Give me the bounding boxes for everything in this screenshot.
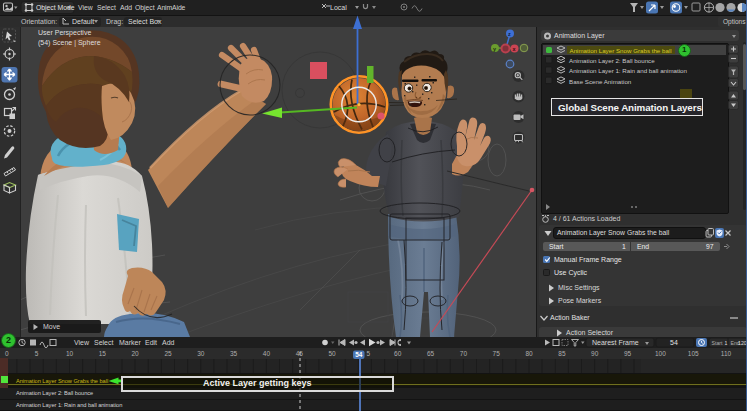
- svg-text:54: 54: [355, 351, 363, 358]
- svg-text:40: 40: [263, 350, 271, 357]
- svg-text:75: 75: [493, 350, 501, 357]
- svg-text:80: 80: [525, 350, 533, 357]
- svg-text:60: 60: [394, 350, 402, 357]
- svg-text:85: 85: [558, 350, 566, 357]
- svg-text:5: 5: [367, 350, 371, 357]
- svg-text:50: 50: [328, 350, 336, 357]
- svg-text:30: 30: [197, 350, 205, 357]
- svg-text:110: 110: [721, 350, 732, 357]
- svg-text:35: 35: [230, 350, 238, 357]
- svg-text:0: 0: [5, 350, 9, 357]
- svg-text:5: 5: [35, 350, 39, 357]
- svg-text:10: 10: [66, 350, 74, 357]
- svg-text:z: z: [508, 31, 511, 37]
- svg-text:25: 25: [164, 350, 172, 357]
- svg-text:100: 100: [655, 350, 666, 357]
- svg-text:90: 90: [591, 350, 599, 357]
- svg-text:15: 15: [99, 350, 107, 357]
- svg-text:20: 20: [131, 350, 139, 357]
- svg-text:105: 105: [688, 350, 699, 357]
- svg-text:65: 65: [427, 350, 435, 357]
- svg-text:95: 95: [624, 350, 632, 357]
- svg-text:70: 70: [460, 350, 468, 357]
